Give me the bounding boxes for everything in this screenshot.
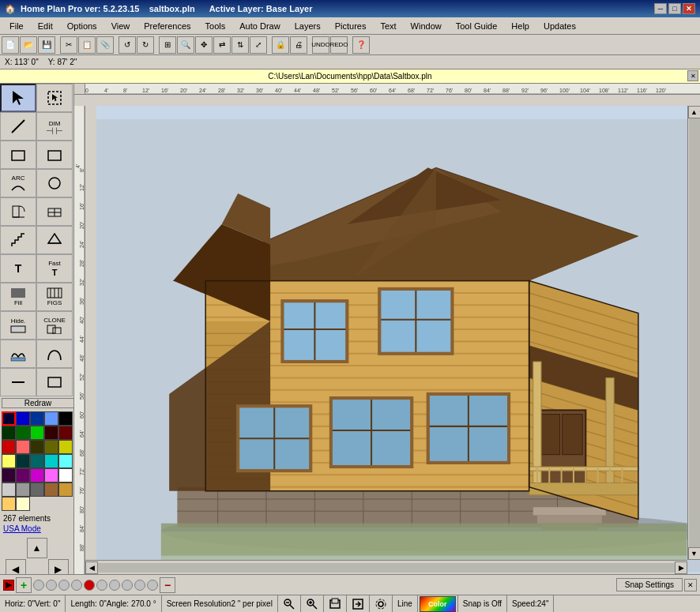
color-swatch-17[interactable] <box>30 454 44 468</box>
tb-undo-left[interactable]: ↺ <box>119 36 136 54</box>
layer-dot-6[interactable] <box>96 580 107 591</box>
tool-fast-text[interactable]: FastT <box>36 254 73 283</box>
tool-dim[interactable]: DIM ─┤├─ <box>36 112 73 141</box>
color-swatch-3[interactable] <box>44 411 58 426</box>
color-swatch-27[interactable] <box>30 482 44 497</box>
color-swatch-20[interactable] <box>2 468 16 482</box>
tool-door[interactable] <box>0 197 36 226</box>
color-swatch-11[interactable] <box>16 440 30 454</box>
tool-roof[interactable] <box>36 226 73 254</box>
scroll-right[interactable]: ▲ ▼ <box>687 106 700 560</box>
layer-dot-1[interactable] <box>33 580 44 591</box>
color-swatch-28[interactable] <box>44 482 58 497</box>
scroll-down-button[interactable]: ▼ <box>688 547 701 560</box>
color-swatch-23[interactable] <box>44 468 58 482</box>
tb-copy[interactable]: 📋 <box>78 36 96 54</box>
color-swatch-10[interactable] <box>2 440 16 454</box>
menu-autodraw[interactable]: Auto Draw <box>233 20 286 32</box>
tool-figs[interactable]: FIGS <box>36 283 73 311</box>
maximize-button[interactable]: □ <box>668 3 681 14</box>
color-swatch-6[interactable] <box>16 426 30 440</box>
tool-hide[interactable]: Hide. <box>0 311 36 340</box>
tool-text[interactable]: T <box>0 254 36 283</box>
layer-remove-button[interactable]: − <box>160 577 175 593</box>
menu-text[interactable]: Text <box>374 20 402 32</box>
scroll-right-button[interactable]: ▶ <box>675 561 687 574</box>
tb-lock[interactable]: 🔒 <box>272 36 289 54</box>
tool-stair[interactable] <box>0 226 36 254</box>
tool-circle[interactable] <box>36 169 73 197</box>
tool-wave[interactable] <box>0 340 36 368</box>
menu-help[interactable]: Help <box>505 20 536 32</box>
tool-arc[interactable]: ARC <box>0 169 36 197</box>
tb-undo2[interactable]: UNDO <box>312 36 329 54</box>
color-swatch-0[interactable] <box>2 411 16 426</box>
color-swatch-2[interactable] <box>30 411 44 426</box>
color-swatch-18[interactable] <box>44 454 58 468</box>
color-swatch-25[interactable] <box>2 482 16 497</box>
close-bottom-bar-button[interactable]: ✕ <box>684 579 697 591</box>
color-swatch-5[interactable] <box>2 426 16 440</box>
tb-move[interactable]: ✥ <box>195 36 213 54</box>
color-swatch-15[interactable] <box>2 454 16 468</box>
menu-tools[interactable]: Tools <box>199 20 232 32</box>
tool-line2[interactable] <box>0 368 36 396</box>
color-swatch-13[interactable] <box>44 440 58 454</box>
scroll-track-h[interactable] <box>98 563 675 573</box>
arrow-right-button[interactable]: ▶ <box>48 559 69 574</box>
tool-rect2[interactable] <box>36 368 73 396</box>
menu-window[interactable]: Window <box>405 20 448 32</box>
tb-paste[interactable]: 📎 <box>96 36 114 54</box>
arrow-up-button[interactable]: ▲ <box>27 538 47 558</box>
color-swatch-19[interactable] <box>58 454 73 468</box>
layer-dot-10[interactable] <box>147 580 158 591</box>
color-swatch-22[interactable] <box>30 468 44 482</box>
menu-view[interactable]: View <box>105 20 137 32</box>
color-swatch-1[interactable] <box>16 411 30 426</box>
filepath-close-button[interactable]: ✕ <box>687 70 698 81</box>
close-button[interactable]: ✕ <box>683 3 695 14</box>
tb-stretch[interactable]: ⤢ <box>250 36 267 54</box>
color-swatch-9[interactable] <box>58 426 73 440</box>
menu-layers[interactable]: Layers <box>288 20 327 32</box>
tool-select[interactable] <box>0 84 36 112</box>
tool-select-box[interactable] <box>36 84 73 112</box>
status-export[interactable] <box>347 595 370 612</box>
color-swatch-4[interactable] <box>58 411 73 426</box>
layer-dot-8[interactable] <box>122 580 133 591</box>
snap-settings-button[interactable]: Snap Settings <box>616 578 683 591</box>
color-swatch-30[interactable] <box>2 497 16 511</box>
color-swatch-14[interactable] <box>58 440 73 454</box>
scroll-track-v[interactable] <box>689 118 700 547</box>
tb-new[interactable]: 📄 <box>2 36 19 54</box>
status-print-preview[interactable] <box>324 595 347 612</box>
status-zoom-in[interactable] <box>301 595 324 612</box>
tb-grid[interactable]: ⊞ <box>159 36 176 54</box>
color-swatch-24[interactable] <box>58 468 73 482</box>
layer-dot-9[interactable] <box>134 580 145 591</box>
menu-preferences[interactable]: Preferences <box>137 20 197 32</box>
tb-flip-v[interactable]: ⇅ <box>231 36 249 54</box>
tool-rect[interactable] <box>36 141 73 169</box>
color-swatch-21[interactable] <box>16 468 30 482</box>
color-swatch-31[interactable] <box>16 497 30 511</box>
status-zoom-out[interactable] <box>278 595 301 612</box>
usa-mode-link[interactable]: USA Mode <box>0 524 73 533</box>
layer-dot-4[interactable] <box>71 580 82 591</box>
color-swatch-26[interactable] <box>16 482 30 497</box>
menu-file[interactable]: File <box>3 20 30 32</box>
scroll-left-button[interactable]: ◀ <box>85 561 98 574</box>
menu-updates[interactable]: Updates <box>537 20 582 32</box>
tb-open[interactable]: 📂 <box>20 36 37 54</box>
tool-line[interactable] <box>0 112 36 141</box>
tool-fill[interactable]: Fill <box>0 283 36 311</box>
tb-zoom[interactable]: 🔍 <box>177 36 194 54</box>
color-swatch-16[interactable] <box>16 454 30 468</box>
tool-window[interactable] <box>36 197 73 226</box>
color-swatch-7[interactable] <box>30 426 44 440</box>
minimize-button[interactable]: ─ <box>654 3 667 14</box>
menu-options[interactable]: Options <box>61 20 103 32</box>
drawing-canvas[interactable]: ▼ <box>96 106 700 574</box>
status-color-button[interactable]: Color <box>418 595 458 612</box>
menu-pictures[interactable]: Pictures <box>329 20 373 32</box>
